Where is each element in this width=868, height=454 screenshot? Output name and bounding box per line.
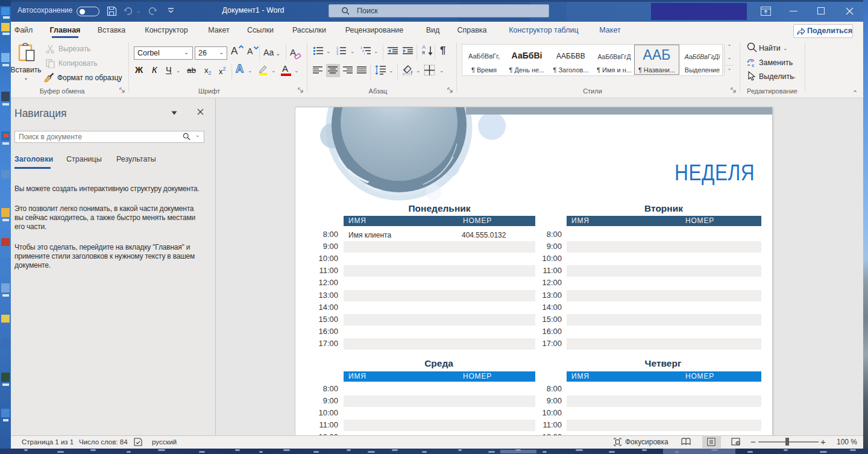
svg-text:c: c [752,63,755,68]
svg-text:3: 3 [336,52,338,55]
svg-text:i: i [364,52,365,55]
